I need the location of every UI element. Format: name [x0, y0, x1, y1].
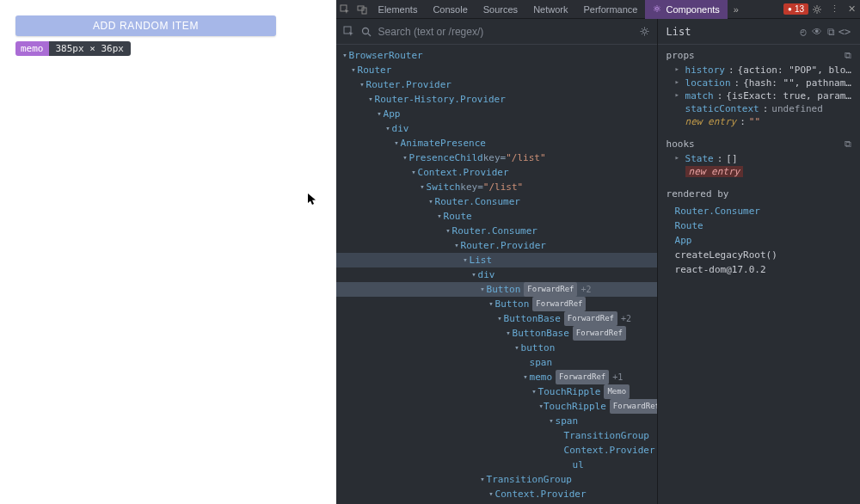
tree-node[interactable]: ▾Router.Consumer: [336, 194, 657, 209]
props-label: props: [666, 50, 695, 61]
tab-sources[interactable]: Sources: [476, 0, 525, 19]
tree-toolbar: [336, 19, 657, 45]
view-source-icon[interactable]: <>: [838, 26, 851, 38]
tooltip-dimensions: 385px × 36px: [49, 41, 131, 56]
tree-node[interactable]: ▾button: [336, 341, 657, 355]
rendered-by-item: createLegacyRoot(): [675, 248, 851, 262]
settings-icon[interactable]: [808, 0, 826, 19]
add-random-item-button[interactable]: ADD RANDOM ITEM: [15, 15, 276, 36]
tree-node[interactable]: ▾ButtonForwardRef: [336, 297, 657, 311]
rendered-by-item[interactable]: Route: [675, 218, 851, 233]
tree-node[interactable]: ▾Switch key="/list": [336, 180, 657, 194]
tree-node[interactable]: Context.Provider: [336, 443, 657, 458]
hooks-new-entry[interactable]: new entry: [658, 165, 860, 178]
hooks-section-header: hooks ⧉: [658, 133, 860, 152]
tree-node[interactable]: ▾Context.Provider: [336, 487, 657, 501]
suspense-icon[interactable]: ◴: [796, 26, 810, 38]
hook-row[interactable]: ▸State: []: [658, 152, 860, 165]
devtools-panel: Elements Console Sources Network Perform…: [336, 0, 860, 504]
new-entry-value: "": [749, 116, 760, 127]
tree-node[interactable]: ▾Route: [336, 209, 657, 224]
hooks-new-entry-label: new entry: [685, 166, 744, 177]
tree-node[interactable]: ▾App: [336, 107, 657, 121]
rendered-by-item[interactable]: Router.Consumer: [675, 204, 851, 218]
tree-node[interactable]: ▾Router.Consumer: [336, 224, 657, 238]
tree-node[interactable]: ▾memoForwardRef+1: [336, 370, 657, 384]
detail-pane: List ◴ 👁 ⧉ <> props ⧉ ▸history: {action:…: [658, 19, 860, 504]
tab-console[interactable]: Console: [425, 0, 475, 19]
tree-settings-icon[interactable]: [639, 26, 650, 37]
tree-node[interactable]: ▾ButtonBaseForwardRef+2: [336, 311, 657, 326]
prop-row[interactable]: ▸location: {hash: "", pathnam…: [658, 77, 860, 89]
prop-row[interactable]: ▸history: {action: "POP", blo…: [658, 64, 860, 77]
tree-node[interactable]: ▾div: [336, 121, 657, 136]
tree-node[interactable]: span: [336, 355, 657, 370]
rendered-by-list: Router.ConsumerRouteAppcreateLegacyRoot(…: [658, 202, 860, 279]
devtools-tabbar: Elements Console Sources Network Perform…: [336, 0, 860, 19]
component-tree-pane: ▾BrowserRouter▾Router▾Router.Provider▾Ro…: [336, 19, 658, 504]
selected-component-name: List: [666, 26, 691, 38]
inspect-element-icon[interactable]: [336, 0, 353, 19]
tree-node[interactable]: ▾TouchRippleMemo: [336, 384, 657, 399]
new-entry-key: new entry: [685, 116, 737, 127]
error-count-badge[interactable]: 13: [783, 3, 808, 15]
hooks-label: hooks: [666, 138, 695, 150]
tab-elements[interactable]: Elements: [371, 0, 426, 19]
copy-props-icon[interactable]: ⧉: [845, 50, 851, 61]
rendered-by-header: rendered by: [658, 183, 860, 202]
app-preview-pane: ADD RANDOM ITEM memo 385px × 36px: [0, 0, 336, 504]
svg-point-5: [362, 28, 368, 34]
tree-node[interactable]: ▾TransitionGroup: [336, 472, 657, 487]
inspect-dom-icon[interactable]: 👁: [810, 26, 824, 38]
element-dimensions-tooltip: memo 385px × 36px: [15, 41, 131, 56]
tab-components-label: Components: [666, 4, 719, 15]
tree-node[interactable]: ▾div: [336, 267, 657, 282]
device-toolbar-icon[interactable]: [353, 0, 371, 19]
tree-node[interactable]: ▾List: [336, 253, 657, 267]
error-count: 13: [795, 4, 804, 14]
log-to-console-icon[interactable]: ⧉: [824, 26, 838, 38]
tree-node[interactable]: ▾Router-History.Provider: [336, 92, 657, 107]
tree-node[interactable]: TransitionGroup: [336, 428, 657, 443]
copy-hooks-icon[interactable]: ⧉: [845, 138, 851, 150]
svg-point-7: [642, 30, 646, 34]
tree-node[interactable]: ▾span: [336, 414, 657, 428]
tree-node[interactable]: ▾Router.Provider: [336, 77, 657, 92]
component-tree[interactable]: ▾BrowserRouter▾Router▾Router.Provider▾Ro…: [336, 45, 657, 504]
close-devtools-icon[interactable]: ✕: [843, 0, 860, 19]
react-icon: ⚛: [653, 3, 661, 15]
rendered-by-item: react-dom@17.0.2: [675, 262, 851, 277]
tree-node[interactable]: ▾Context.Provider: [336, 165, 657, 180]
tree-node[interactable]: ▾ButtonForwardRef+2: [336, 282, 657, 297]
tooltip-component-badge: memo: [15, 41, 49, 56]
tab-network[interactable]: Network: [525, 0, 575, 19]
tree-node[interactable]: ▾TouchRippleForwardRef: [336, 399, 657, 414]
tree-node[interactable]: ▾Router.Provider: [336, 238, 657, 253]
hooks-list: ▸State: []: [658, 152, 860, 165]
tree-node[interactable]: ul: [336, 458, 657, 472]
tab-components[interactable]: ⚛ Components: [645, 0, 727, 19]
tree-node[interactable]: ▾ButtonBaseForwardRef: [336, 326, 657, 341]
select-element-icon[interactable]: [343, 26, 354, 37]
tree-node[interactable]: ▾PresenceChild key="/list": [336, 151, 657, 165]
tab-performance[interactable]: Performance: [575, 0, 645, 19]
tree-node[interactable]: ▾Router: [336, 63, 657, 77]
more-tabs-icon[interactable]: »: [728, 0, 745, 19]
detail-header: List ◴ 👁 ⧉ <>: [658, 19, 860, 45]
prop-row[interactable]: ▸match: {isExact: true, param…: [658, 89, 860, 102]
prop-row[interactable]: staticContext: undefined: [658, 102, 860, 115]
svg-line-6: [368, 34, 371, 36]
props-new-entry[interactable]: new entry : "": [658, 115, 860, 128]
search-input[interactable]: [378, 26, 632, 38]
rendered-by-label: rendered by: [666, 188, 729, 200]
rendered-by-item[interactable]: App: [675, 233, 851, 248]
svg-point-3: [815, 8, 819, 11]
tree-node[interactable]: ▾BrowserRouter: [336, 48, 657, 63]
search-icon: [361, 27, 372, 37]
props-list: ▸history: {action: "POP", blo…▸location:…: [658, 64, 860, 115]
mouse-cursor-icon: [308, 194, 316, 206]
tree-node[interactable]: ▾AnimatePresence: [336, 136, 657, 151]
props-section-header: props ⧉: [658, 45, 860, 64]
kebab-menu-icon[interactable]: ⋮: [826, 0, 843, 19]
